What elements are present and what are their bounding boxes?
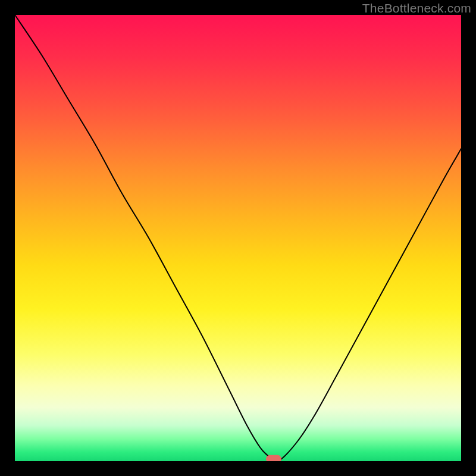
chart-frame: TheBottleneck.com bbox=[0, 0, 476, 476]
watermark-label: TheBottleneck.com bbox=[362, 1, 471, 15]
bottleneck-curve bbox=[15, 15, 461, 461]
chart-svg bbox=[15, 15, 461, 461]
optimal-marker bbox=[266, 455, 281, 461]
plot-area bbox=[15, 15, 461, 461]
